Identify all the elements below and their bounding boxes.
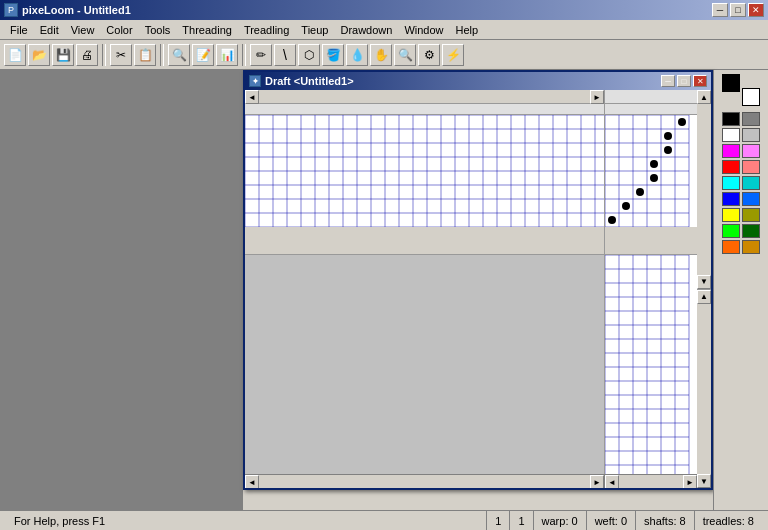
status-col1: 1 xyxy=(487,511,510,530)
swatch-white[interactable] xyxy=(722,128,740,142)
swatch-brown[interactable] xyxy=(742,240,760,254)
menu-file[interactable]: File xyxy=(4,22,34,38)
tieup-column xyxy=(605,90,697,254)
bottom-scroll-right2-right-btn[interactable]: ► xyxy=(683,475,697,488)
swatch-blue[interactable] xyxy=(722,192,740,206)
color-swatches xyxy=(722,112,760,254)
app-icon: P xyxy=(4,3,18,17)
print-button[interactable]: 🖨 xyxy=(76,44,98,66)
app-title: pixeLoom - Untitled1 xyxy=(22,4,131,16)
pencil-button[interactable]: ✏ xyxy=(250,44,272,66)
swatch-dark-cyan[interactable] xyxy=(742,176,760,190)
status-bar: For Help, press F1 1 1 warp: 0 weft: 0 s… xyxy=(0,510,768,530)
swatch-yellow[interactable] xyxy=(722,208,740,222)
foreground-color-preview[interactable] xyxy=(722,74,740,92)
drawdown-column xyxy=(245,255,605,474)
swatch-black[interactable] xyxy=(722,112,740,126)
status-help: For Help, press F1 xyxy=(6,511,487,530)
edit-button[interactable]: 📝 xyxy=(192,44,214,66)
treadling-body xyxy=(605,255,697,474)
left-panel xyxy=(0,70,243,510)
window-controls: ─ □ ✕ xyxy=(712,3,764,17)
draft-close-button[interactable]: ✕ xyxy=(693,75,707,87)
threading-column: ◄ ► // Will be drawn by JS xyxy=(245,90,605,254)
find-button[interactable]: 🔍 xyxy=(168,44,190,66)
swatch-light-red[interactable] xyxy=(742,160,760,174)
tieup-grid-svg xyxy=(605,115,697,227)
svg-point-62 xyxy=(636,188,644,196)
swatch-light-blue[interactable] xyxy=(742,192,760,206)
menu-drawdown[interactable]: Drawdown xyxy=(334,22,398,38)
status-weft: weft: 0 xyxy=(587,511,636,530)
menu-view[interactable]: View xyxy=(65,22,101,38)
draft-main: ◄ ► // Will be drawn by JS xyxy=(245,90,697,488)
scroll-left-btn[interactable]: ◄ xyxy=(245,90,259,104)
close-button[interactable]: ✕ xyxy=(748,3,764,17)
swatch-magenta[interactable] xyxy=(722,144,740,158)
swatch-orange[interactable] xyxy=(722,240,740,254)
scroll-down2-btn[interactable]: ▼ xyxy=(697,474,711,488)
fill-button[interactable]: 🪣 xyxy=(322,44,344,66)
swatch-gray[interactable] xyxy=(742,112,760,126)
background-color-preview[interactable] xyxy=(742,88,760,106)
swatch-dark-yellow[interactable] xyxy=(742,208,760,222)
menu-edit[interactable]: Edit xyxy=(34,22,65,38)
svg-point-57 xyxy=(678,118,686,126)
maximize-button[interactable]: □ xyxy=(730,3,746,17)
swatch-light-magenta[interactable] xyxy=(742,144,760,158)
scroll-up2-btn[interactable]: ▲ xyxy=(697,290,711,304)
open-button[interactable]: 📂 xyxy=(28,44,50,66)
scroll-up-btn[interactable]: ▲ xyxy=(697,90,711,104)
draft-minimize-button[interactable]: ─ xyxy=(661,75,675,87)
svg-point-64 xyxy=(608,216,616,224)
shape-button[interactable]: ⬡ xyxy=(298,44,320,66)
menu-window[interactable]: Window xyxy=(398,22,449,38)
gear-button[interactable]: ⚙ xyxy=(418,44,440,66)
color-palette xyxy=(713,70,768,510)
select-button[interactable]: ✋ xyxy=(370,44,392,66)
tieup-header xyxy=(605,90,697,115)
menu-color[interactable]: Color xyxy=(100,22,138,38)
svg-point-58 xyxy=(664,132,672,140)
zoom-button[interactable]: 🔍 xyxy=(394,44,416,66)
separator-3 xyxy=(242,44,246,66)
line-button[interactable]: \ xyxy=(274,44,296,66)
bottom-scroll-right2-left-btn[interactable]: ◄ xyxy=(605,475,619,488)
scroll-right-btn[interactable]: ► xyxy=(590,90,604,104)
draft-maximize-button[interactable]: □ xyxy=(677,75,691,87)
treadling-column xyxy=(605,255,697,474)
chart-button[interactable]: 📊 xyxy=(216,44,238,66)
svg-point-60 xyxy=(650,160,658,168)
status-col2: 1 xyxy=(510,511,533,530)
toolbar: 📄 📂 💾 🖨 ✂ 📋 🔍 📝 📊 ✏ \ ⬡ 🪣 💧 ✋ 🔍 ⚙ ⚡ xyxy=(0,40,768,70)
bottom-scroll-left-btn[interactable]: ◄ xyxy=(245,475,259,488)
menu-treadling[interactable]: Treadling xyxy=(238,22,295,38)
scroll-down-btn[interactable]: ▼ xyxy=(697,275,711,289)
cut-button[interactable]: ✂ xyxy=(110,44,132,66)
swatch-dark-green[interactable] xyxy=(742,224,760,238)
menu-help[interactable]: Help xyxy=(450,22,485,38)
new-button[interactable]: 📄 xyxy=(4,44,26,66)
menu-tieup[interactable]: Tieup xyxy=(295,22,334,38)
minimize-button[interactable]: ─ xyxy=(712,3,728,17)
status-treadles: treadles: 8 xyxy=(695,511,762,530)
swatch-cyan[interactable] xyxy=(722,176,740,190)
draft-window-controls: ─ □ ✕ xyxy=(661,75,707,87)
status-warp: warp: 0 xyxy=(534,511,587,530)
copy-button[interactable]: 📋 xyxy=(134,44,156,66)
menu-threading[interactable]: Threading xyxy=(176,22,238,38)
draft-title-bar: ✦ Draft <Untitled1> ─ □ ✕ xyxy=(245,72,711,90)
swatch-red[interactable] xyxy=(722,160,740,174)
bottom-scroll-right-btn[interactable]: ► xyxy=(590,475,604,488)
upper-section: ◄ ► // Will be drawn by JS xyxy=(245,90,697,255)
main-area: ✦ Draft <Untitled1> ─ □ ✕ xyxy=(0,70,768,510)
dropper-button[interactable]: 💧 xyxy=(346,44,368,66)
draft-window: ✦ Draft <Untitled1> ─ □ ✕ xyxy=(243,70,713,490)
menu-tools[interactable]: Tools xyxy=(139,22,177,38)
draft-right-scrollbar: ▲ ▼ ▲ ▼ xyxy=(697,90,711,488)
swatch-silver[interactable] xyxy=(742,128,760,142)
save-button[interactable]: 💾 xyxy=(52,44,74,66)
swatch-green[interactable] xyxy=(722,224,740,238)
svg-point-59 xyxy=(664,146,672,154)
flash-button[interactable]: ⚡ xyxy=(442,44,464,66)
